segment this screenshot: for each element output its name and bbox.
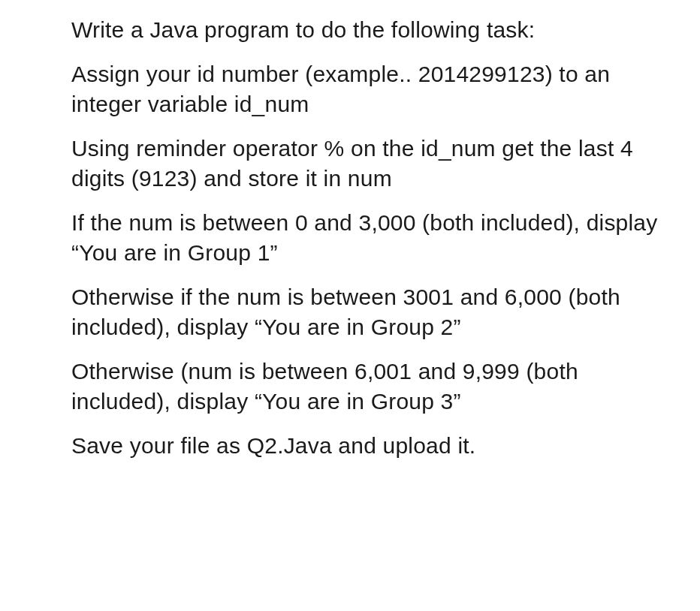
instruction-paragraph: Assign your id number (example.. 2014299… xyxy=(71,59,662,120)
instruction-paragraph: Write a Java program to do the following… xyxy=(71,15,662,46)
instruction-paragraph: Save your file as Q2.Java and upload it. xyxy=(71,431,662,462)
instruction-paragraph: If the num is between 0 and 3,000 (both … xyxy=(71,208,662,269)
instruction-paragraph: Otherwise if the num is between 3001 and… xyxy=(71,282,662,343)
instruction-paragraph: Otherwise (num is between 6,001 and 9,99… xyxy=(71,357,662,417)
instruction-paragraph: Using reminder operator % on the id_num … xyxy=(71,134,662,194)
